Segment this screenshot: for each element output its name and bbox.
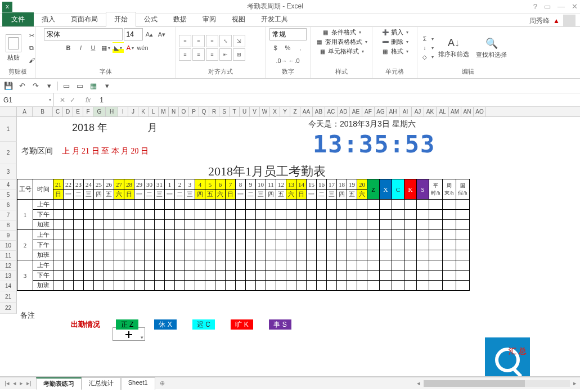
row-header-12[interactable]: 12 bbox=[0, 261, 17, 271]
conditional-format-button[interactable]: ▦条件格式▾ bbox=[322, 28, 361, 37]
indent-dec-button[interactable]: ⇤ bbox=[219, 48, 232, 61]
table-format-button[interactable]: ▦套用表格格式▾ bbox=[316, 38, 367, 46]
ribbon-tab-视图[interactable]: 视图 bbox=[224, 12, 253, 26]
sheet-nav-first[interactable]: |◂ bbox=[5, 380, 10, 387]
col-header-K[interactable]: K bbox=[138, 107, 149, 116]
align-top-button[interactable]: ≡ bbox=[179, 35, 191, 47]
col-header-E[interactable]: E bbox=[73, 107, 83, 116]
col-header-AO[interactable]: AO bbox=[474, 107, 486, 116]
horizontal-scrollbar[interactable] bbox=[424, 380, 570, 387]
col-header-W[interactable]: W bbox=[260, 107, 270, 116]
ribbon-tab-公式[interactable]: 公式 bbox=[136, 12, 165, 26]
formula-enter-button[interactable]: ✓ bbox=[70, 96, 75, 104]
worksheet[interactable]: ABCDEFGHIJKLMNOPQRSTUVWXYZAAABACADAEAFAG… bbox=[0, 107, 580, 377]
row-header-14[interactable]: 14 bbox=[0, 281, 17, 291]
align-center-button[interactable]: ≡ bbox=[192, 48, 205, 61]
sheet-tab-考勤表练习[interactable]: 考勤表练习 bbox=[36, 377, 82, 390]
col-header-A[interactable]: A bbox=[17, 107, 33, 116]
ribbon-tab-审阅[interactable]: 审阅 bbox=[195, 12, 224, 26]
copy-button[interactable]: ⧉ bbox=[26, 42, 37, 53]
qat-btn-1[interactable]: ▭ bbox=[61, 81, 71, 91]
row-header-4[interactable]: 4 bbox=[0, 180, 17, 190]
percent-button[interactable]: % bbox=[282, 42, 294, 53]
restore-icon[interactable]: ▭ bbox=[544, 2, 551, 11]
paste-button[interactable]: 粘贴 bbox=[3, 33, 24, 63]
col-header-G[interactable]: G bbox=[93, 107, 106, 116]
redo-button[interactable]: ↷ bbox=[30, 81, 41, 91]
col-header-T[interactable]: T bbox=[230, 107, 240, 116]
font-name-combo[interactable] bbox=[44, 28, 123, 40]
row-header-1[interactable]: 1 bbox=[0, 117, 17, 142]
row-header-3[interactable]: 3 bbox=[0, 164, 17, 180]
col-header-Q[interactable]: Q bbox=[199, 107, 209, 116]
border-button[interactable]: ▦▾ bbox=[100, 42, 111, 53]
qat-btn-3[interactable]: ▦ bbox=[88, 81, 98, 91]
fill-button[interactable]: ↓▾ bbox=[421, 44, 434, 52]
format-cells-button[interactable]: ▦格式▾ bbox=[381, 47, 408, 56]
row-header-11[interactable]: 11 bbox=[0, 251, 17, 261]
number-format-combo[interactable] bbox=[269, 28, 307, 40]
col-header-AH[interactable]: AH bbox=[387, 107, 399, 116]
sum-button[interactable]: Σ▾ bbox=[421, 35, 434, 43]
ribbon-tab-开发工具[interactable]: 开发工具 bbox=[253, 12, 296, 26]
align-middle-button[interactable]: ≡ bbox=[192, 35, 205, 47]
col-header-D[interactable]: D bbox=[63, 107, 73, 116]
row-header-13[interactable]: 13 bbox=[0, 271, 17, 281]
col-header-AJ[interactable]: AJ bbox=[412, 107, 424, 116]
sheet-nav-next[interactable]: ▸ bbox=[20, 380, 23, 387]
col-header-F[interactable]: F bbox=[83, 107, 93, 116]
col-header-N[interactable]: N bbox=[169, 107, 179, 116]
comma-button[interactable]: , bbox=[295, 42, 306, 53]
row-header-10[interactable]: 10 bbox=[0, 241, 17, 251]
col-header-P[interactable]: P bbox=[189, 107, 199, 116]
name-box[interactable]: G1▾ bbox=[0, 93, 54, 106]
font-color-button[interactable]: A▾ bbox=[125, 42, 136, 53]
col-header-V[interactable]: V bbox=[250, 107, 260, 116]
phonetic-button[interactable]: wén bbox=[137, 42, 149, 53]
col-header-X[interactable]: X bbox=[270, 107, 280, 116]
ribbon-tab-数据[interactable]: 数据 bbox=[165, 12, 195, 26]
help-icon[interactable]: ? bbox=[533, 2, 537, 11]
col-header-M[interactable]: M bbox=[159, 107, 169, 116]
qat-more-button[interactable]: ▾ bbox=[44, 81, 54, 91]
orientation-button[interactable]: ⤡ bbox=[219, 35, 232, 47]
close-icon[interactable]: ✕ bbox=[572, 2, 578, 11]
col-header-Y[interactable]: Y bbox=[280, 107, 290, 116]
sheet-tab-汇总统计[interactable]: 汇总统计 bbox=[82, 377, 121, 390]
align-left-button[interactable]: ≡ bbox=[179, 48, 191, 61]
sort-filter-button[interactable]: A↓排序和筛选 bbox=[436, 36, 471, 60]
col-header-AM[interactable]: AM bbox=[449, 107, 461, 116]
col-header-AB[interactable]: AB bbox=[313, 107, 325, 116]
hscroll-right[interactable]: ▸ bbox=[570, 380, 580, 387]
increase-font-button[interactable]: A▴ bbox=[144, 29, 155, 40]
select-all-corner[interactable] bbox=[0, 107, 17, 116]
summary-search-button[interactable]: 汇 总 bbox=[485, 337, 530, 377]
insert-cells-button[interactable]: ➕插入▾ bbox=[381, 28, 408, 37]
cell-style-button[interactable]: ▦单元格样式▾ bbox=[318, 47, 364, 56]
col-header-AF[interactable]: AF bbox=[362, 107, 375, 116]
col-header-AL[interactable]: AL bbox=[437, 107, 449, 116]
row-header-22[interactable]: 22 bbox=[0, 303, 17, 314]
dec-decimal-button[interactable]: ←.0 bbox=[289, 55, 300, 66]
col-header-Z[interactable]: Z bbox=[290, 107, 300, 116]
row-header-21[interactable]: 21 bbox=[0, 291, 17, 303]
fill-color-button[interactable]: ◣▾ bbox=[113, 42, 124, 53]
fx-icon[interactable]: fx bbox=[81, 96, 95, 104]
format-painter-button[interactable]: 🖌 bbox=[26, 55, 37, 66]
inc-decimal-button[interactable]: .0→ bbox=[276, 55, 287, 66]
currency-button[interactable]: $ bbox=[270, 42, 281, 53]
formula-cancel-button[interactable]: ✕ bbox=[60, 96, 65, 104]
find-select-button[interactable]: 🔍查找和选择 bbox=[474, 36, 509, 60]
col-header-O[interactable]: O bbox=[179, 107, 189, 116]
ribbon-tab-页面布局[interactable]: 页面布局 bbox=[63, 12, 106, 26]
col-header-AK[interactable]: AK bbox=[424, 107, 437, 116]
bold-button[interactable]: B bbox=[63, 42, 74, 53]
col-header-L[interactable]: L bbox=[149, 107, 159, 116]
col-header-C[interactable]: C bbox=[53, 107, 63, 116]
sheet-nav-prev[interactable]: ◂ bbox=[13, 380, 16, 387]
qat-dd[interactable]: ▾ bbox=[102, 81, 112, 91]
col-header-AN[interactable]: AN bbox=[461, 107, 474, 116]
ribbon-tab-开始[interactable]: 开始 bbox=[106, 12, 136, 27]
save-button[interactable]: 💾 bbox=[3, 81, 14, 91]
formula-input[interactable]: 1 bbox=[95, 96, 580, 104]
